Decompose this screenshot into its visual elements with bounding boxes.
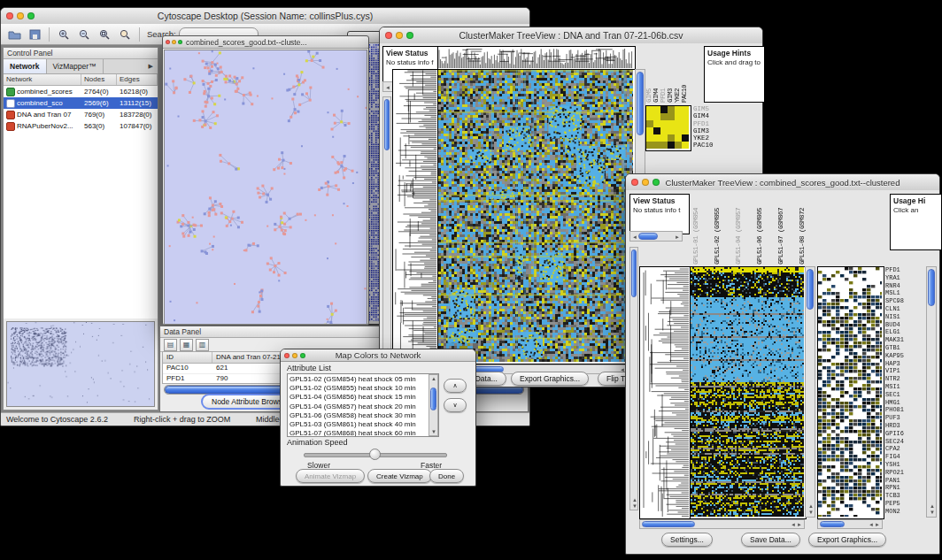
attribute-list-item[interactable]: GPL51-02 (GSM854) heat shock 05 min: [290, 375, 436, 384]
zoom-column-label[interactable]: GIM3: [667, 88, 674, 103]
zoom-button[interactable]: [406, 32, 413, 39]
gene-label[interactable]: VIP1: [885, 367, 924, 375]
close-button[interactable]: [284, 353, 290, 358]
global-heatmap[interactable]: [438, 70, 633, 362]
row-dendrogram-pane[interactable]: [639, 266, 691, 519]
minimize-button[interactable]: [642, 179, 649, 186]
move-down-button[interactable]: ∨: [444, 398, 467, 412]
zoom-fit-icon[interactable]: [96, 26, 113, 42]
done-button[interactable]: Done: [429, 469, 464, 483]
zoom-matrix-pane[interactable]: [645, 105, 691, 151]
zoom-button[interactable]: [300, 353, 305, 358]
zoom-row-label[interactable]: PFD1: [693, 120, 730, 127]
minimize-button[interactable]: [172, 40, 176, 44]
attribute-list-item[interactable]: GPL51-04 (GSM856) heat shock 15 min: [290, 393, 436, 402]
row-dendrogram-pane[interactable]: [392, 69, 439, 364]
animate-vizmap-button[interactable]: Animate Vizmap: [296, 469, 365, 483]
network-overview-thumbnail[interactable]: [6, 321, 155, 407]
attribute-list-item[interactable]: GPL51-02 (GSM855) heat shock 10 min: [290, 384, 436, 393]
attribute-list-item[interactable]: GPL51-06 (GSM858) heat shock 30 min: [290, 411, 436, 420]
minimize-button[interactable]: [396, 32, 403, 39]
global-heatmap[interactable]: [691, 267, 804, 517]
gene-label[interactable]: YRA1: [885, 274, 924, 282]
close-button[interactable]: [166, 40, 170, 44]
open-session-icon[interactable]: [5, 26, 23, 42]
heatmap-pane[interactable]: [437, 69, 636, 364]
zoom-button[interactable]: [27, 12, 35, 19]
col-network[interactable]: Network: [4, 74, 81, 85]
gene-label[interactable]: MSI1: [885, 383, 924, 391]
gene-label[interactable]: PAN1: [885, 477, 924, 485]
column-label[interactable]: GPL51-08 (GSM872: [799, 208, 806, 265]
move-up-button[interactable]: ∧: [444, 379, 467, 393]
zoom-row-label[interactable]: GIM3: [693, 127, 730, 134]
close-button[interactable]: [385, 32, 392, 39]
network-row[interactable]: DNA and Tran 07 769(0) 183728(0): [4, 109, 158, 120]
gene-label[interactable]: GPII6: [885, 430, 924, 438]
zoom-column-label[interactable]: GIM5: [645, 88, 652, 103]
network-row[interactable]: combined_scores 2764(0) 16218(0): [4, 86, 158, 97]
zoom-row-label[interactable]: PAC10: [693, 142, 730, 149]
attribute-list-item[interactable]: GPL51-03 (GSM861) heat shock 40 min: [290, 420, 436, 429]
save-session-icon[interactable]: [26, 26, 43, 42]
network-row-selected[interactable]: combined_sco 2569(6) 13112(15): [4, 97, 158, 109]
gene-label[interactable]: SEC1: [885, 391, 924, 399]
network-view-titlebar[interactable]: combined_scores_good.txt--cluste...: [163, 36, 368, 49]
gene-label[interactable]: NTR2: [885, 375, 924, 383]
export-graphics-button[interactable]: Export Graphics...: [511, 372, 589, 386]
zoom-heatmap[interactable]: [818, 267, 882, 517]
zoom-row-label[interactable]: GIM4: [693, 112, 730, 119]
col-nodes[interactable]: Nodes: [81, 74, 117, 85]
treeview2-titlebar[interactable]: ClusterMaker TreeView : combined_scores_…: [626, 174, 939, 191]
gene-label[interactable]: PEP5: [885, 500, 924, 508]
zoom-button[interactable]: [652, 179, 660, 186]
gene-list-scrollbar[interactable]: ▲▼: [926, 266, 937, 518]
gene-label[interactable]: YSH1: [885, 461, 924, 469]
create-attribute-icon[interactable]: ▦: [180, 339, 193, 351]
gene-label[interactable]: RPO21: [885, 469, 924, 477]
attribute-list-item[interactable]: GPL51-07 (GSM868) heat shock 60 min: [290, 429, 436, 437]
close-button[interactable]: [631, 179, 638, 186]
treeview1-titlebar[interactable]: ClusterMaker TreeView : DNA and Tran 07-…: [380, 27, 762, 44]
gene-label[interactable]: MON2: [885, 508, 924, 516]
export-graphics-button[interactable]: Export Graphics...: [808, 533, 886, 547]
gene-label[interactable]: BUD4: [885, 321, 924, 329]
column-dendrogram-pane[interactable]: [437, 46, 636, 71]
attribute-listbox[interactable]: GPL51-02 (GSM854) heat shock 05 minGPL51…: [287, 373, 439, 437]
gene-label[interactable]: HRD3: [885, 422, 924, 430]
network-row[interactable]: RNAPuberNov2... 563(0) 107847(0): [4, 120, 158, 132]
gene-label[interactable]: PUF3: [885, 414, 924, 422]
list-scrollbar[interactable]: ▲▼: [429, 374, 438, 436]
close-button[interactable]: [6, 12, 13, 19]
speed-slider-thumb[interactable]: [369, 449, 381, 460]
status-horizontal-scrollbar[interactable]: ◄►: [629, 231, 683, 242]
save-data-button[interactable]: Save Data...: [741, 533, 800, 547]
zoom-horizontal-scrollbar[interactable]: ◄►: [817, 519, 883, 529]
gene-label[interactable]: RNR4: [885, 282, 924, 290]
column-label[interactable]: GPL51-04 (GSM857: [735, 208, 742, 265]
dialog-titlebar[interactable]: Map Colors to Network: [281, 349, 475, 362]
col-id[interactable]: ID: [163, 352, 212, 363]
gene-label[interactable]: SPC98: [885, 297, 924, 305]
heatmap-pane[interactable]: [690, 266, 807, 519]
zoom-selected-icon[interactable]: [116, 26, 134, 42]
gene-label[interactable]: ELG1: [885, 328, 924, 336]
minimize-button[interactable]: [292, 353, 297, 358]
zoom-heatmap-pane[interactable]: [817, 266, 884, 519]
zoom-out-icon[interactable]: [75, 26, 93, 42]
create-vizmap-button[interactable]: Create Vizmap: [367, 469, 432, 483]
column-dendrogram[interactable]: [438, 47, 633, 68]
column-label[interactable]: GPL51-06 (GSM865: [756, 208, 763, 265]
row-dendrogram[interactable]: [393, 70, 436, 362]
attribute-list-item[interactable]: GPL51-04 (GSM857) heat shock 20 min: [290, 403, 436, 411]
zoom-in-icon[interactable]: [55, 26, 73, 42]
left-vertical-scrollbar[interactable]: ▲▼: [382, 96, 391, 360]
heatmap-horizontal-scrollbar[interactable]: ◄►: [639, 519, 805, 529]
zoom-column-label[interactable]: YKE2: [674, 88, 681, 103]
gene-label[interactable]: KAP95: [885, 352, 924, 360]
gene-label[interactable]: CLN1: [885, 305, 924, 313]
gene-label[interactable]: TCB3: [885, 492, 924, 500]
gene-label[interactable]: HMG1: [885, 399, 924, 407]
settings-button[interactable]: Settings...: [661, 533, 713, 547]
gene-label[interactable]: HAP3: [885, 360, 924, 368]
